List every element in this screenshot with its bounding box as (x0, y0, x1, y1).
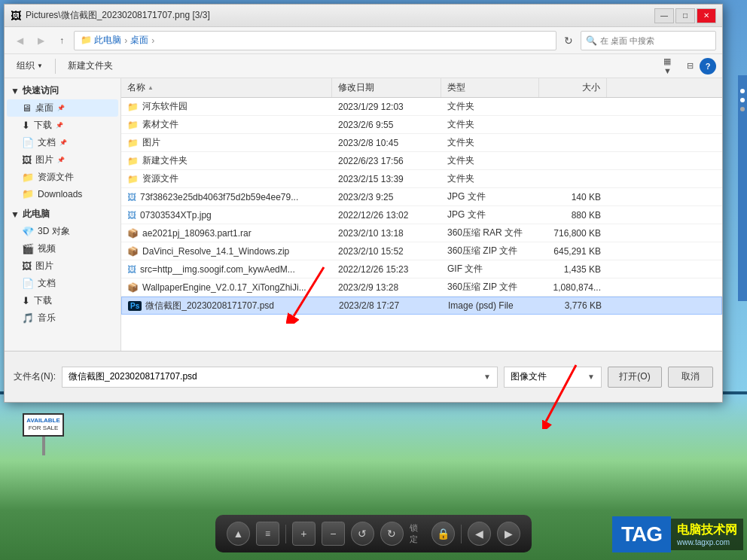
pictures-icon: 🖼 (22, 154, 32, 166)
sidebar-item-pictures[interactable]: 🖼 图片 📌 (7, 151, 118, 169)
col-header-name[interactable]: 名称 ▲ (121, 78, 332, 97)
filetype-dropdown-arrow[interactable]: ▼ (587, 373, 595, 381)
sidebar-item-3d-objects[interactable]: 💎 3D 对象 (7, 223, 118, 240)
pictures-pc-icon: 🖼 (22, 260, 32, 272)
table-row[interactable]: 📦 DaVinci_Resolve_14.1_Windows.zip 2023/… (121, 242, 722, 260)
file-name-cell: 🖼 07303534XTp.jpg (121, 210, 332, 221)
toolbar-next-btn[interactable]: ▶ (497, 522, 520, 546)
quick-access-label: 快速访问 (23, 84, 59, 97)
sidebar-resources-label: 资源文件 (38, 171, 74, 184)
file-size-cell: 716,800 KB (539, 228, 607, 239)
refresh-button[interactable]: ↻ (559, 32, 578, 50)
sidebar-item-downloads-folder[interactable]: 📁 Downloads (7, 186, 118, 202)
back-button[interactable]: ◀ (11, 32, 29, 50)
table-row[interactable]: 📦 ae2021pj_180963.part1.rar 2023/2/10 13… (121, 224, 722, 242)
file-name-cell: 📁 新建文件夹 (121, 154, 332, 167)
sidebar-item-documents-pc[interactable]: 📄 文档 (7, 275, 118, 292)
sign-line2: FOR SALE (26, 425, 60, 432)
help-button[interactable]: ? (700, 58, 716, 75)
tag-text-area: 电脑技术网 www.tagxp.com (671, 519, 743, 550)
filename-dropdown-arrow[interactable]: ▼ (483, 373, 491, 381)
file-date-cell: 2022/12/26 13:02 (332, 210, 441, 221)
search-box[interactable]: 🔍 (581, 31, 716, 50)
sidebar-item-videos[interactable]: 🎬 视频 (7, 240, 118, 257)
file-name-cell: 📁 河东软件园 (121, 100, 332, 113)
file-size-cell: 645,291 KB (539, 246, 607, 257)
toolbar-row: 组织 ▼ 新建文件夹 ▦ ▼ ⊟ ? (5, 54, 722, 78)
sidebar-item-documents[interactable]: 📄 文档 📌 (7, 134, 118, 151)
resources-icon: 📁 (22, 172, 34, 183)
sidebar-item-resources[interactable]: 📁 资源文件 (7, 169, 118, 186)
sidebar-item-downloads-pc[interactable]: ⬇ 下载 (7, 292, 118, 309)
sidebar-item-desktop[interactable]: 🖥 桌面 📌 (7, 99, 118, 117)
file-name: 素材文件 (142, 118, 178, 131)
toolbar-prev-btn[interactable]: ◀ (468, 522, 491, 546)
filename-input-box[interactable]: 微信截图_20230208171707.psd ▼ (62, 367, 498, 388)
table-row[interactable]: 📁 河东软件园 2023/1/29 12:03 文件夹 (121, 98, 722, 116)
sidebar-item-downloads[interactable]: ⬇ 下载 📌 (7, 117, 118, 134)
file-name-cell: 📁 图片 (121, 136, 332, 149)
desktop-icon: 🖥 (22, 102, 32, 114)
toolbar-zoom-out-btn[interactable]: − (322, 522, 345, 546)
toolbar-zoom-in-btn[interactable]: + (292, 522, 316, 546)
minimize-button[interactable]: — (654, 8, 674, 23)
path-pc[interactable]: 📁 此电脑 (81, 34, 121, 47)
up-button[interactable]: ↑ (53, 32, 71, 50)
table-row[interactable]: 🖼 73f38623e25db4063f75d2b59e4ee79... 202… (121, 188, 722, 206)
cancel-button[interactable]: 取消 (668, 367, 713, 388)
toolbar-rotate-right-btn[interactable]: ↻ (380, 522, 404, 546)
view-toggle-button[interactable]: ▦ ▼ (663, 58, 680, 75)
path-sep2: › (151, 35, 154, 46)
file-type-cell: 文件夹 (441, 154, 539, 167)
filetype-select-box[interactable]: 图像文件 ▼ (504, 367, 602, 388)
tag-site-title: 电脑技术网 (677, 522, 737, 538)
ps-icon: Ps (128, 301, 142, 311)
tag-logo: TAG 电脑技术网 www.tagxp.com (612, 516, 743, 552)
documents-icon: 📄 (22, 137, 34, 148)
table-row[interactable]: 📁 素材文件 2023/2/6 9:55 文件夹 (121, 116, 722, 134)
toolbar-divider (55, 59, 56, 74)
col-header-size[interactable]: 大小 (539, 78, 607, 97)
organize-button[interactable]: 组织 ▼ (11, 57, 49, 75)
open-button[interactable]: 打开(O) (608, 367, 662, 388)
table-row[interactable]: 🖼 07303534XTp.jpg 2022/12/26 13:02 JPG 文… (121, 206, 722, 224)
path-desktop[interactable]: 桌面 (130, 34, 148, 47)
music-pc-icon: 🎵 (22, 312, 34, 324)
address-path[interactable]: 📁 此电脑 › 桌面 › (74, 31, 556, 50)
toolbar-rotate-left-btn[interactable]: ↺ (351, 522, 374, 546)
file-date-cell: 2023/2/10 13:18 (332, 228, 441, 239)
file-date-cell: 2023/2/8 17:27 (333, 300, 442, 311)
table-row[interactable]: 🖼 src=http__img.soogif.com_kywAedM... 20… (121, 260, 722, 278)
table-row[interactable]: 📁 资源文件 2023/2/15 13:39 文件夹 (121, 170, 722, 188)
sidebar-pictures-label: 图片 (35, 154, 53, 166)
table-row[interactable]: 📁 图片 2023/2/8 10:45 文件夹 (121, 134, 722, 152)
table-row[interactable]: 📦 WallpaperEngine_V2.0.17_XiTongZhiJi...… (121, 278, 722, 297)
file-date-cell: 2023/2/3 9:25 (332, 192, 441, 202)
toolbar-up-btn[interactable]: ▲ (227, 522, 250, 546)
documents-pin: 📌 (59, 139, 67, 146)
sidebar-item-music-pc[interactable]: 🎵 音乐 (7, 309, 118, 327)
file-size-cell: 140 KB (539, 192, 607, 202)
pictures-pin: 📌 (57, 157, 65, 163)
sidebar-documents-label: 文档 (38, 136, 56, 149)
sidebar-item-pictures-pc[interactable]: 🖼 图片 (7, 257, 118, 275)
toolbar-lock-btn[interactable]: 🔒 (431, 522, 455, 546)
column-headers: 名称 ▲ 修改日期 类型 大小 (121, 78, 722, 98)
new-folder-button[interactable]: 新建文件夹 (62, 57, 119, 75)
documents-pc-icon: 📄 (22, 278, 34, 289)
forward-button[interactable]: ▶ (32, 32, 50, 50)
toolbar-lock-label: 锁定 (410, 522, 425, 545)
open-button-label: 打开(O) (619, 370, 650, 383)
file-icon: 📁 (127, 174, 139, 184)
filetype-value: 图像文件 (511, 370, 547, 383)
maximize-button[interactable]: □ (675, 8, 695, 23)
search-input[interactable] (600, 36, 711, 45)
toolbar-menu-btn[interactable]: ≡ (256, 522, 279, 546)
col-header-type[interactable]: 类型 (441, 78, 539, 97)
table-row[interactable]: 📁 新建文件夹 2022/6/23 17:56 文件夹 (121, 152, 722, 170)
file-type-cell: GIF 文件 (441, 263, 539, 275)
table-row[interactable]: Ps 微信截图_20230208171707.psd 2023/2/8 17:2… (121, 297, 722, 315)
panel-toggle-button[interactable]: ⊟ (681, 58, 698, 75)
close-button[interactable]: ✕ (697, 8, 716, 23)
col-header-date[interactable]: 修改日期 (332, 78, 441, 97)
